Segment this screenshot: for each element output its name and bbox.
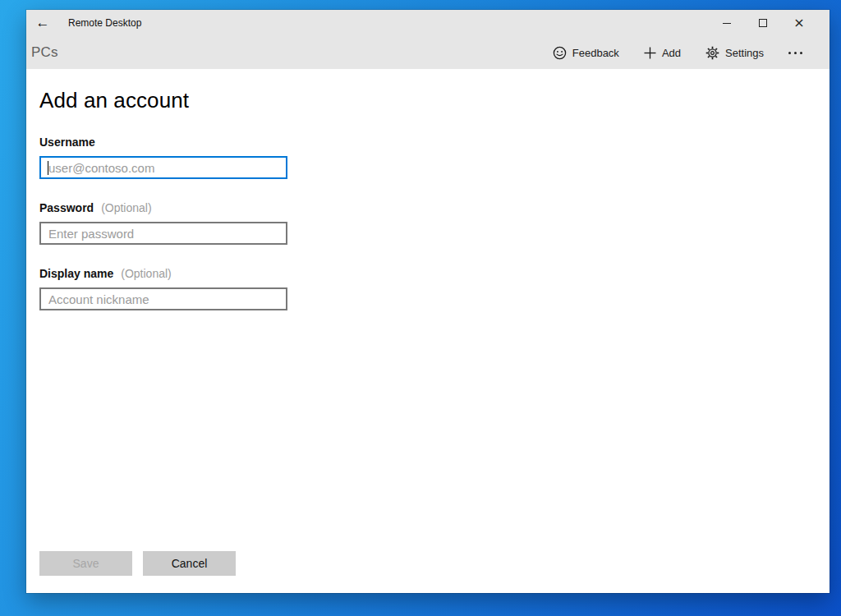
settings-label: Settings	[725, 47, 764, 59]
smiley-face-icon	[553, 46, 567, 60]
desktop-background: ← Remote Desktop × PCs	[0, 0, 841, 616]
username-field-group: Username	[39, 136, 830, 179]
text-caret	[48, 161, 48, 175]
remote-desktop-window: ← Remote Desktop × PCs	[26, 10, 830, 593]
gear-icon	[705, 46, 719, 60]
back-arrow-icon: ←	[36, 15, 50, 30]
display-name-label: Display name	[39, 267, 113, 280]
form-buttons: Save Cancel	[39, 551, 236, 576]
command-bar: PCs Feedback	[26, 36, 830, 69]
ellipsis-icon	[788, 52, 791, 54]
page-heading: Add an account	[39, 88, 830, 113]
close-icon: ×	[793, 16, 804, 30]
password-label: Password	[39, 201, 94, 214]
window-title: Remote Desktop	[68, 17, 141, 29]
display-name-field-group: Display name (Optional)	[39, 267, 830, 310]
settings-button[interactable]: Settings	[705, 46, 764, 60]
cancel-button[interactable]: Cancel	[143, 551, 236, 576]
titlebar: ← Remote Desktop ×	[26, 10, 830, 36]
username-input[interactable]	[39, 156, 287, 179]
maximize-icon	[759, 19, 767, 27]
caption-buttons: ×	[715, 10, 830, 36]
display-name-input[interactable]	[39, 287, 287, 310]
password-optional-hint: (Optional)	[101, 201, 151, 214]
back-button[interactable]: ←	[28, 10, 57, 36]
feedback-label: Feedback	[572, 47, 619, 59]
more-button[interactable]	[788, 46, 802, 59]
username-label: Username	[39, 136, 95, 149]
display-name-optional-hint: (Optional)	[121, 267, 171, 280]
minimize-icon	[723, 23, 731, 24]
add-account-page: Add an account Username Password (Option…	[26, 69, 830, 593]
close-button[interactable]: ×	[787, 10, 811, 36]
feedback-button[interactable]: Feedback	[553, 46, 619, 60]
page-title: PCs	[31, 44, 58, 61]
password-input[interactable]	[39, 222, 287, 245]
password-field-group: Password (Optional)	[39, 201, 830, 245]
minimize-button[interactable]	[715, 10, 739, 36]
save-button[interactable]: Save	[39, 551, 132, 576]
command-group: Feedback Add	[553, 46, 830, 60]
add-button[interactable]: Add	[644, 47, 681, 59]
maximize-button[interactable]	[751, 10, 775, 36]
plus-icon	[644, 47, 656, 59]
add-label: Add	[662, 47, 681, 59]
